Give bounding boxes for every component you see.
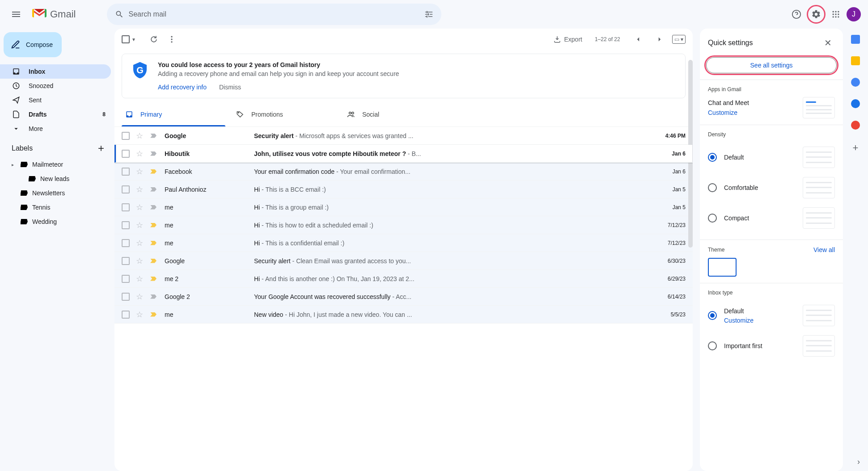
tab-social[interactable]: Social [340,102,451,126]
calendar-icon[interactable] [851,35,860,44]
density-comfortable[interactable]: Comfortable [708,172,835,203]
star-icon[interactable]: ☆ [136,202,145,212]
dismiss-button[interactable]: Dismiss [219,84,241,91]
customize-inbox-button[interactable]: Customize [724,317,754,324]
mail-checkbox[interactable] [122,185,130,193]
mail-checkbox[interactable] [122,293,130,301]
search-bar[interactable] [107,4,441,25]
gmail-logo[interactable]: Gmail [30,8,76,20]
nav-snoozed[interactable]: Snoozed [0,79,111,93]
mail-checkbox[interactable] [122,203,130,211]
nav-drafts[interactable]: Drafts8 [0,107,111,122]
refresh-button[interactable] [145,30,163,48]
search-icon[interactable] [110,5,128,23]
mail-checkbox[interactable] [122,311,130,319]
more-button[interactable] [163,30,181,48]
inbox-type-default[interactable]: DefaultCustomize [708,300,835,331]
apps-icon[interactable] [827,5,845,23]
star-icon[interactable]: ☆ [136,149,145,159]
theme-thumbnail[interactable] [708,258,737,277]
tasks-icon[interactable] [851,78,860,87]
add-label-button[interactable] [96,143,106,154]
label-wedding[interactable]: ▸Wedding [0,214,111,229]
label-tennis[interactable]: ▸Tennis [0,200,111,214]
mail-row[interactable]: ☆Google 2Your Google Account was recover… [114,288,693,306]
label-new-leads[interactable]: ▸New leads [0,172,111,186]
star-icon[interactable]: ☆ [136,167,145,177]
mail-row[interactable]: ☆meNew video - Hi John, I just made a ne… [114,306,693,324]
importance-marker[interactable] [150,240,159,247]
search-input[interactable] [128,10,420,18]
star-icon[interactable]: ☆ [136,238,145,248]
mail-row[interactable]: ☆GoogleSecurity alert - Microsoft apps &… [114,127,693,145]
settings-icon[interactable] [807,5,825,23]
nav-inbox[interactable]: Inbox [0,64,111,79]
prev-page-button[interactable] [629,30,647,48]
star-icon[interactable]: ☆ [136,274,145,284]
mail-row[interactable]: ☆Paul AnthoniozHi - This is a BCC email … [114,181,693,198]
next-page-button[interactable] [651,30,669,48]
label-mailmeteor[interactable]: ▸Mailmeteor [0,157,111,172]
search-options-icon[interactable] [420,5,438,23]
star-icon[interactable]: ☆ [136,131,145,141]
density-default[interactable]: Default [708,142,835,172]
importance-marker[interactable] [150,186,159,193]
mail-row[interactable]: ☆me 2Hi - And this is another one :) On … [114,270,693,288]
select-all-checkbox[interactable] [122,35,130,43]
mail-checkbox[interactable] [122,275,130,283]
mail-checkbox[interactable] [122,168,130,176]
star-icon[interactable]: ☆ [136,256,145,266]
density-compact[interactable]: Compact [708,203,835,233]
view-all-themes-button[interactable]: View all [813,246,835,253]
mail-checkbox[interactable] [122,150,130,158]
compose-button[interactable]: Compose [4,32,62,57]
mail-row[interactable]: ☆GoogleSecurity alert - Clean Email was … [114,252,693,270]
mail-row[interactable]: ☆HiboutikJohn, utilisez vous votre compt… [114,145,693,163]
nav-more[interactable]: More [0,122,111,136]
main-menu-button[interactable] [5,4,27,25]
add-addon-button[interactable]: + [853,142,859,154]
importance-marker[interactable] [150,150,159,157]
mail-row[interactable]: ☆meHi - This is how to edit a scheduled … [114,216,693,234]
keep-icon[interactable] [851,56,860,65]
mail-row[interactable]: ☆meHi - This is a confidential email :)7… [114,234,693,252]
mail-checkbox[interactable] [122,221,130,229]
importance-marker[interactable] [150,257,159,265]
expand-side-panel-button[interactable]: › [857,457,860,467]
mail-checkbox[interactable] [122,257,130,265]
tab-promotions[interactable]: Promotions [229,102,340,126]
tab-primary[interactable]: Primary [118,102,229,126]
input-tools-button[interactable]: ▭ ▾ [672,35,686,44]
star-icon[interactable]: ☆ [136,310,145,320]
importance-marker[interactable] [150,275,159,282]
importance-marker[interactable] [150,168,159,175]
star-icon[interactable]: ☆ [136,220,145,230]
inbox-type-important-first[interactable]: Important first [708,331,835,361]
star-icon[interactable]: ☆ [136,185,145,194]
export-button[interactable]: Export [550,35,585,43]
add-recovery-button[interactable]: Add recovery info [158,84,207,91]
account-avatar[interactable]: J [847,7,861,21]
label-newsletters[interactable]: ▸Newsletters [0,186,111,200]
mail-row[interactable]: ☆meHi - This is a group email :)Jan 5 [114,198,693,216]
svg-text:G: G [136,65,144,75]
importance-marker[interactable] [150,132,159,139]
mail-subject-snippet: Hi - This is a group email :) [254,204,648,211]
star-icon[interactable]: ☆ [136,292,145,302]
close-quick-settings-button[interactable]: ✕ [821,36,835,50]
importance-marker[interactable] [150,293,159,300]
importance-marker[interactable] [150,204,159,211]
importance-marker[interactable] [150,222,159,229]
addon-icon[interactable] [851,121,860,130]
mail-row[interactable]: ☆FacebookYour email confirmation code - … [114,163,693,181]
mail-checkbox[interactable] [122,239,130,247]
select-dropdown-icon[interactable]: ▼ [131,37,136,42]
importance-marker[interactable] [150,311,159,318]
contacts-icon[interactable] [851,99,860,108]
see-all-settings-button[interactable]: See all settings [706,57,837,73]
mail-checkbox[interactable] [122,132,130,140]
nav-sent[interactable]: Sent [0,93,111,107]
support-icon[interactable] [788,5,805,23]
mail-sender: me [165,222,254,229]
customize-chat-button[interactable]: Customize [708,109,749,116]
